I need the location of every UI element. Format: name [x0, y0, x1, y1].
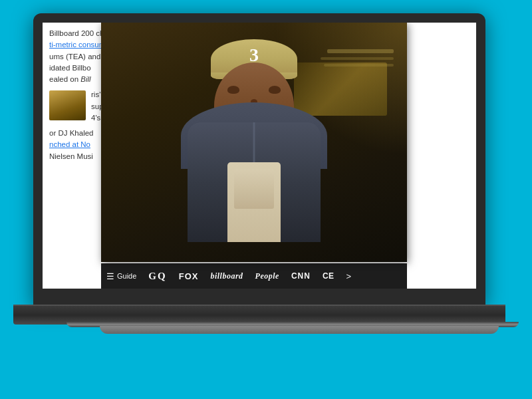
video-toolbar: ☰ Guide GQ FOX billboard People CNN CE > — [101, 263, 407, 289]
person-body — [188, 122, 321, 242]
video-panel[interactable]: 3 — [101, 23, 407, 262]
brand-fox[interactable]: FOX — [179, 271, 199, 281]
guide-label: Guide — [117, 272, 136, 280]
brand-billboard[interactable]: billboard — [210, 271, 243, 281]
laptop: Billboard 200 chart ranks the most popul… — [33, 13, 512, 359]
brand-ce[interactable]: CE — [323, 271, 334, 281]
person-figure: 3 — [168, 49, 340, 242]
screen: Billboard 200 chart ranks the most popul… — [43, 23, 476, 289]
screen-bezel: Billboard 200 chart ranks the most popul… — [33, 13, 485, 306]
article-thumbnail — [49, 90, 86, 120]
person-shirt — [227, 162, 281, 242]
guide-icon: ☰ — [106, 271, 114, 281]
more-indicator[interactable]: > — [346, 271, 352, 281]
article-link-2[interactable]: nched at No — [49, 140, 90, 148]
video-content: 3 — [101, 23, 407, 262]
toolbar-guide[interactable]: ☰ Guide — [106, 271, 136, 281]
laptop-feet — [100, 326, 499, 334]
brand-gq[interactable]: GQ — [148, 271, 166, 282]
brand-cnn[interactable]: CNN — [291, 271, 311, 281]
brand-people[interactable]: People — [255, 271, 279, 281]
